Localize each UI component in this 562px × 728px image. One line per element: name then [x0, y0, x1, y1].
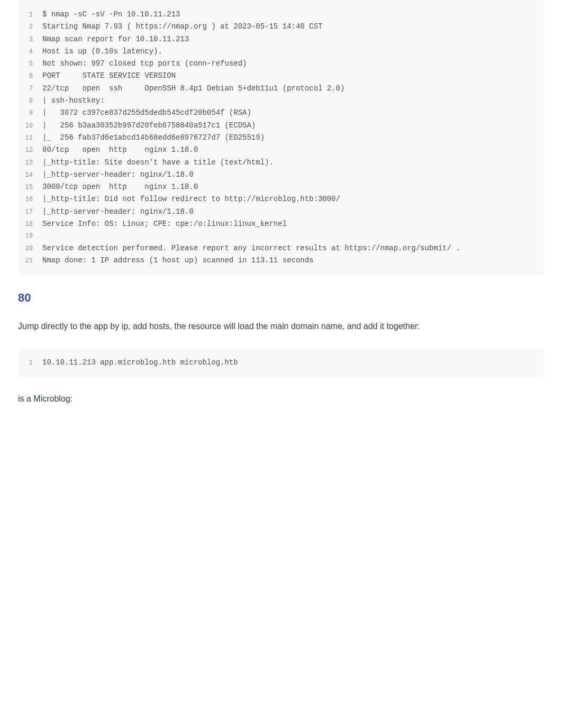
code-content: |_http-server-header: nginx/1.18.0 — [42, 169, 194, 180]
code-block-nmap: 1$ nmap -sC -sV -Pn 10.10.11.213 2Starti… — [18, 0, 544, 275]
code-content: PORT STATE SERVICE VERSION — [42, 70, 176, 81]
code-line: 20Service detection performed. Please re… — [18, 242, 544, 254]
line-number: 19 — [18, 230, 42, 242]
line-number: 16 — [18, 194, 42, 205]
line-number: 3 — [18, 34, 42, 46]
paragraph-intro: Jump directly to the app by ip, add host… — [18, 320, 544, 333]
line-number: 1 — [18, 357, 42, 369]
line-number: 8 — [18, 95, 42, 107]
code-line: 1$ nmap -sC -sV -Pn 10.10.11.213 — [18, 8, 544, 21]
code-content: Starting Nmap 7.93 ( https://nmap.org ) … — [42, 21, 322, 32]
code-content: 22/tcp open ssh OpenSSH 8.4p1 Debian 5+d… — [42, 83, 345, 94]
code-line: 11|_ 256 fab37d6e1abcd14b68edd6e8976727d… — [18, 132, 544, 144]
line-number: 18 — [18, 219, 42, 230]
code-line: 6PORT STATE SERVICE VERSION — [18, 70, 544, 82]
code-line: 21Nmap done: 1 IP address (1 host up) sc… — [18, 254, 544, 267]
code-content: 80/tcp open http nginx 1.18.0 — [42, 144, 198, 156]
line-number: 6 — [18, 70, 42, 82]
code-content: | ssh-hostkey: — [42, 95, 105, 106]
code-line: 2Starting Nmap 7.93 ( https://nmap.org )… — [18, 21, 544, 33]
line-number: 21 — [18, 255, 42, 267]
line-number: 14 — [18, 169, 42, 181]
code-content: |_ 256 fab37d6e1abcd14b68edd6e8976727d7 … — [42, 132, 265, 143]
code-content: Service Info: OS: Linux; CPE: cpe:/o:lin… — [42, 218, 287, 230]
code-line: 3Nmap scan report for 10.10.11.213 — [18, 33, 544, 46]
code-content: Service detection performed. Please repo… — [42, 242, 460, 254]
line-number: 9 — [18, 107, 42, 119]
line-number: 15 — [18, 181, 42, 193]
code-line: 17|_http-server-header: nginx/1.18.0 — [18, 206, 544, 218]
code-content: | 3072 c397ce837d255d5dedb545cdf20b054f … — [42, 107, 251, 119]
line-number: 5 — [18, 58, 42, 70]
code-line: 19 — [18, 230, 544, 242]
paragraph-microblog: is a Microblog: — [18, 392, 544, 406]
code-content: 10.10.11.213 app.microblog.htb microblog… — [42, 357, 238, 368]
line-number: 12 — [18, 144, 42, 156]
code-content: | 256 b3aa30352b997d20feb6758840a517c1 (… — [42, 120, 256, 131]
code-line: 4Host is up (0.10s latency). — [18, 46, 544, 58]
line-number: 7 — [18, 83, 42, 95]
code-line: 13|_http-title: Site doesn't have a titl… — [18, 157, 544, 169]
code-content: |_http-title: Did not follow redirect to… — [42, 193, 340, 205]
code-content: Not shown: 997 closed tcp ports (conn-re… — [42, 58, 247, 69]
code-line: 8| ssh-hostkey: — [18, 95, 544, 107]
line-number: 20 — [18, 243, 42, 254]
code-content: |_http-server-header: nginx/1.18.0 — [42, 206, 194, 217]
code-line: 110.10.11.213 app.microblog.htb microblo… — [18, 357, 544, 369]
code-content: 3000/tcp open http nginx 1.18.0 — [42, 181, 198, 193]
code-content: Nmap done: 1 IP address (1 host up) scan… — [42, 254, 313, 266]
code-content: Host is up (0.10s latency). — [42, 46, 162, 57]
line-number: 10 — [18, 120, 42, 132]
code-line: 9| 3072 c397ce837d255d5dedb545cdf20b054f… — [18, 107, 544, 119]
line-number: 2 — [18, 21, 42, 33]
code-content: |_http-title: Site doesn't have a title … — [42, 157, 274, 168]
code-line: 16|_http-title: Did not follow redirect … — [18, 193, 544, 205]
line-number: 4 — [18, 46, 42, 58]
code-line: 18Service Info: OS: Linux; CPE: cpe:/o:l… — [18, 218, 544, 230]
code-block-hosts: 110.10.11.213 app.microblog.htb microblo… — [18, 348, 544, 377]
line-number: 11 — [18, 132, 42, 144]
line-number: 17 — [18, 206, 42, 218]
code-line: 153000/tcp open http nginx 1.18.0 — [18, 181, 544, 193]
code-line: 722/tcp open ssh OpenSSH 8.4p1 Debian 5+… — [18, 83, 544, 95]
code-line: 1280/tcp open http nginx 1.18.0 — [18, 144, 544, 156]
code-content: Nmap scan report for 10.10.11.213 — [42, 33, 189, 45]
heading-80: 80 — [18, 291, 544, 305]
code-line: 5Not shown: 997 closed tcp ports (conn-r… — [18, 58, 544, 70]
line-number: 1 — [18, 9, 42, 21]
code-content: $ nmap -sC -sV -Pn 10.10.11.213 — [42, 8, 180, 20]
code-line: 10| 256 b3aa30352b997d20feb6758840a517c1… — [18, 120, 544, 132]
code-line: 14|_http-server-header: nginx/1.18.0 — [18, 169, 544, 181]
line-number: 13 — [18, 157, 42, 169]
